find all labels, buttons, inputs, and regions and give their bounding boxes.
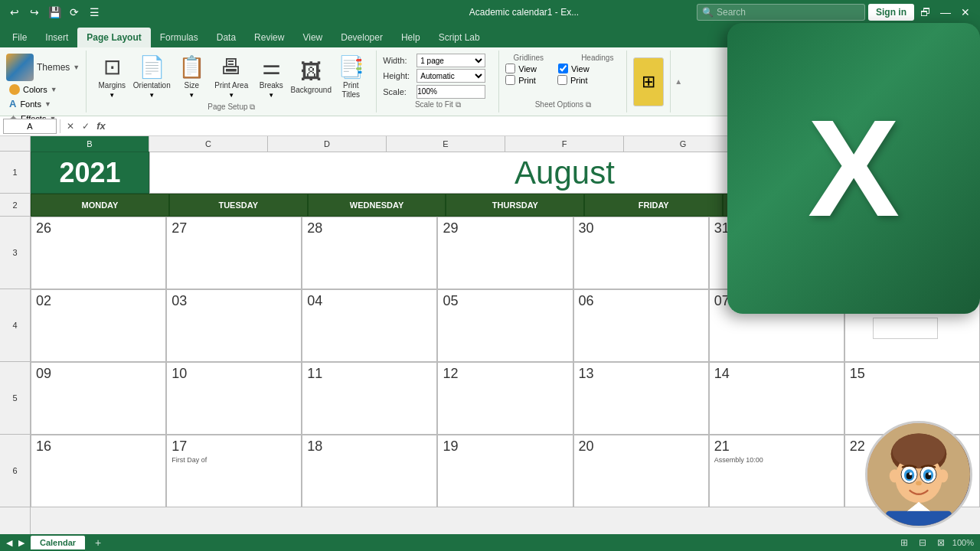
sign-in-button[interactable]: Sign in — [868, 4, 914, 21]
day-18[interactable]: 18 — [302, 435, 437, 507]
breaks-dropdown[interactable]: ▼ — [268, 92, 274, 99]
cancel-button[interactable]: ✕ — [64, 119, 77, 133]
tab-formulas[interactable]: Formulas — [151, 28, 207, 47]
day-20[interactable]: 20 — [573, 435, 709, 507]
row-num-2[interactable]: 2 — [0, 194, 30, 217]
day-28[interactable]: 28 — [302, 217, 437, 289]
day-26[interactable]: 26 — [31, 217, 166, 289]
tab-review[interactable]: Review — [245, 28, 293, 47]
day-09[interactable]: 09 — [31, 362, 166, 435]
col-header-f[interactable]: F — [505, 136, 624, 152]
colors-dropdown-icon[interactable]: ▼ — [51, 86, 57, 93]
tab-data[interactable]: Data — [207, 28, 245, 47]
day-29[interactable]: 29 — [437, 217, 573, 289]
extra-btn-1[interactable]: ☰ — [86, 4, 103, 21]
confirm-button[interactable]: ✓ — [79, 119, 93, 133]
day-17[interactable]: 17First Day of — [166, 435, 302, 507]
fonts-button[interactable]: A Fonts ▼ — [6, 96, 80, 111]
fonts-dropdown-icon[interactable]: ▼ — [44, 100, 51, 108]
height-dropdown[interactable]: Automatic 1 page 2 pages — [416, 69, 485, 83]
colors-label: Colors — [23, 85, 47, 94]
row-num-1[interactable]: 1 — [0, 152, 30, 194]
headings-view-checkbox[interactable] — [558, 64, 568, 73]
themes-dropdown-icon[interactable]: ▼ — [73, 64, 80, 71]
col-header-g[interactable]: G — [624, 136, 743, 152]
day-05[interactable]: 05 — [437, 289, 573, 362]
autosave-button[interactable]: ⟳ — [66, 4, 83, 21]
print-area-dropdown[interactable]: ▼ — [228, 92, 234, 99]
redo-button[interactable]: ↪ — [26, 4, 43, 21]
day-11[interactable]: 11 — [302, 362, 437, 435]
row-num-6[interactable]: 6 — [0, 435, 30, 507]
width-label: Width: — [383, 56, 413, 65]
margins-button[interactable]: ⊡ Margins ▼ — [93, 52, 131, 101]
tab-developer[interactable]: Developer — [332, 28, 392, 47]
tab-insert[interactable]: Insert — [36, 28, 77, 47]
orientation-button[interactable]: 📄 Orientation ▼ — [132, 52, 171, 101]
margins-dropdown[interactable]: ▼ — [109, 92, 115, 99]
page-layout-view-button[interactable]: ⊟ — [916, 536, 929, 549]
save-button[interactable]: 💾 — [46, 4, 63, 21]
day-14[interactable]: 14 — [709, 362, 844, 435]
day-06[interactable]: 06 — [573, 289, 709, 362]
col-header-e[interactable]: E — [387, 136, 505, 152]
undo-button[interactable]: ↩ — [6, 4, 23, 21]
search-input[interactable] — [717, 7, 860, 18]
breaks-button[interactable]: ⚌ Breaks ▼ — [252, 52, 290, 101]
tab-help[interactable]: Help — [392, 28, 430, 47]
orientation-dropdown[interactable]: ▼ — [149, 92, 155, 99]
scroll-right-icon[interactable]: ▶ — [18, 538, 24, 548]
row-num-4[interactable]: 4 — [0, 289, 30, 362]
day-13[interactable]: 13 — [573, 362, 709, 435]
day-19[interactable]: 19 — [437, 435, 573, 507]
print-area-button[interactable]: 🖶 Print Area ▼ — [212, 52, 250, 101]
headings-print-label: Print — [570, 76, 588, 85]
gridlines-print-checkbox[interactable] — [505, 75, 515, 85]
row-num-5[interactable]: 5 — [0, 362, 30, 435]
tab-file[interactable]: File — [3, 28, 36, 47]
size-button[interactable]: 📋 Size ▼ — [172, 52, 211, 101]
day-02[interactable]: 02 — [31, 289, 166, 362]
add-sheet-button[interactable]: + — [91, 536, 105, 549]
name-box[interactable] — [3, 119, 57, 134]
page-setup-expand-icon[interactable]: ⧉ — [250, 103, 255, 111]
search-bar[interactable]: 🔍 — [697, 4, 865, 21]
sheet-options-expand-icon[interactable]: ⧉ — [586, 100, 591, 109]
background-button[interactable]: 🖼 Background — [292, 52, 330, 101]
size-dropdown[interactable]: ▼ — [188, 92, 194, 99]
normal-view-button[interactable]: ⊞ — [897, 536, 911, 549]
calendar-sheet-tab[interactable]: Calendar — [31, 536, 85, 549]
day-04[interactable]: 04 — [302, 289, 437, 362]
day-27[interactable]: 27 — [166, 217, 302, 289]
scroll-left-icon[interactable]: ◀ — [6, 538, 12, 548]
day-03[interactable]: 03 — [166, 289, 302, 362]
tab-page-layout[interactable]: Page Layout — [77, 28, 150, 47]
arrange-button[interactable]: ⊞ — [633, 57, 664, 106]
width-dropdown[interactable]: 1 page 2 pages Automatic — [416, 54, 485, 67]
close-button[interactable]: ✕ — [957, 4, 974, 21]
day-10[interactable]: 10 — [166, 362, 302, 435]
day-21[interactable]: 21Assembly 10:00 — [709, 435, 844, 507]
tab-script-lab[interactable]: Script Lab — [430, 28, 489, 47]
day-12[interactable]: 12 — [437, 362, 573, 435]
print-titles-button[interactable]: 📑 Print Titles — [332, 52, 370, 101]
col-header-b[interactable]: B — [31, 136, 149, 152]
minimize-button[interactable]: — — [937, 4, 954, 21]
themes-button[interactable] — [6, 54, 34, 81]
day-30[interactable]: 30 — [573, 217, 709, 289]
scale-input[interactable] — [416, 85, 485, 99]
scale-expand-icon[interactable]: ⧉ — [456, 100, 461, 109]
headings-print-checkbox[interactable] — [557, 75, 567, 85]
ribbon-collapse-button[interactable]: ▲ — [671, 51, 686, 112]
page-break-view-button[interactable]: ⊠ — [934, 536, 948, 549]
function-button[interactable]: fx — [94, 119, 108, 133]
title-bar-right: 🔍 Sign in 🗗 — ✕ — [697, 4, 974, 21]
day-16[interactable]: 16 — [31, 435, 166, 507]
restore-button[interactable]: 🗗 — [917, 4, 934, 21]
colors-button[interactable]: Colors ▼ — [6, 83, 80, 96]
tab-view[interactable]: View — [293, 28, 332, 47]
col-header-d[interactable]: D — [268, 136, 387, 152]
col-header-c[interactable]: C — [149, 136, 268, 152]
gridlines-view-checkbox[interactable] — [505, 64, 515, 73]
row-num-3[interactable]: 3 — [0, 217, 30, 289]
